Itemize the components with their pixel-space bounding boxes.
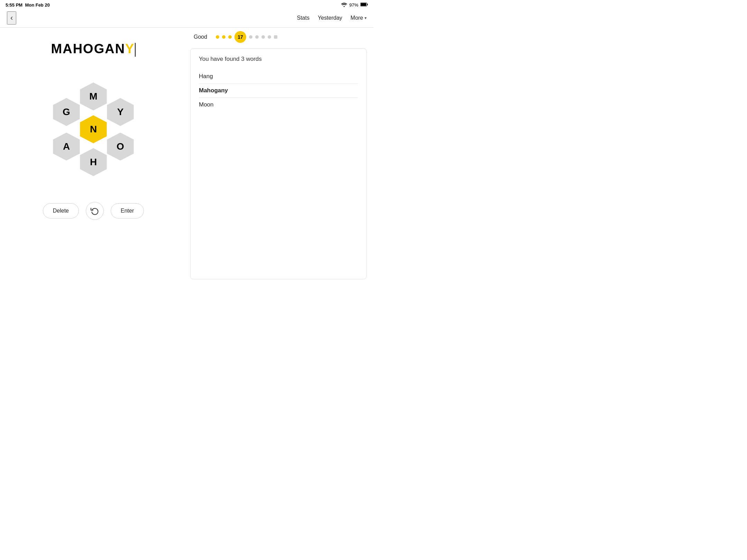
dot-9 — [274, 35, 277, 39]
more-button[interactable]: More ▾ — [351, 15, 367, 21]
battery-icon — [360, 2, 368, 8]
svg-marker-7 — [53, 132, 80, 160]
action-buttons: Delete Enter — [43, 202, 144, 220]
game-panel: MAHOGANY M Y O — [0, 28, 187, 279]
delete-button[interactable]: Delete — [43, 203, 79, 218]
svg-marker-5 — [107, 132, 133, 160]
status-time-date: 5:55 PM Mon Feb 20 — [6, 2, 50, 8]
word-display: MAHOGANY — [51, 41, 136, 57]
hex-G[interactable]: G — [51, 96, 82, 128]
word-item-mahogany: Mahogany — [199, 84, 358, 98]
svg-rect-1 — [367, 4, 368, 6]
svg-marker-6 — [80, 148, 107, 176]
yesterday-button[interactable]: Yesterday — [318, 15, 342, 21]
nav-bar: ‹ Stats Yesterday More ▾ — [0, 10, 374, 28]
word-highlight: Y — [125, 41, 135, 56]
hex-O[interactable]: O — [105, 131, 136, 162]
dot-7 — [261, 35, 265, 39]
dot-2 — [222, 35, 225, 39]
hex-H[interactable]: H — [78, 147, 109, 178]
svg-marker-8 — [53, 98, 80, 126]
chevron-down-icon: ▾ — [365, 16, 367, 20]
hex-Y[interactable]: Y — [105, 96, 136, 128]
svg-marker-9 — [80, 115, 107, 143]
status-bar: 5:55 PM Mon Feb 20 97% — [0, 0, 374, 10]
words-count: You have found 3 words — [199, 56, 358, 63]
dot-8 — [268, 35, 271, 39]
dot-6 — [255, 35, 259, 39]
word-item-moon: Moon — [199, 98, 358, 112]
stats-button[interactable]: Stats — [297, 15, 310, 21]
words-panel: You have found 3 words Hang Mahogany Moo… — [190, 48, 367, 279]
wifi-icon — [341, 2, 347, 8]
svg-rect-2 — [361, 3, 366, 6]
word-text: MAHOGAN — [51, 41, 126, 56]
dot-1 — [216, 35, 219, 39]
right-panel: Good 17 You have found 3 words Hang Maho… — [187, 28, 374, 279]
hex-A[interactable]: A — [51, 131, 82, 162]
status-indicators: 97% — [341, 2, 368, 8]
nav-right-buttons: Stats Yesterday More ▾ — [297, 15, 367, 21]
enter-button[interactable]: Enter — [111, 203, 144, 218]
honeycomb: M Y O H — [38, 71, 149, 188]
svg-marker-4 — [107, 98, 133, 126]
text-cursor — [135, 43, 136, 57]
shuffle-button[interactable] — [86, 202, 104, 220]
hex-M[interactable]: M — [78, 81, 109, 112]
main-content: MAHOGANY M Y O — [0, 28, 374, 279]
svg-marker-3 — [80, 82, 107, 110]
score-bar: Good 17 — [190, 31, 367, 43]
score-label: Good — [194, 34, 211, 40]
battery-percentage: 97% — [349, 2, 358, 8]
hex-N-center[interactable]: N — [78, 114, 109, 145]
progress-dots: 17 — [216, 31, 363, 43]
back-button[interactable]: ‹ — [7, 11, 16, 25]
word-item-hang: Hang — [199, 69, 358, 84]
dot-3 — [228, 35, 232, 39]
dot-5 — [249, 35, 252, 39]
dot-active: 17 — [234, 31, 246, 43]
